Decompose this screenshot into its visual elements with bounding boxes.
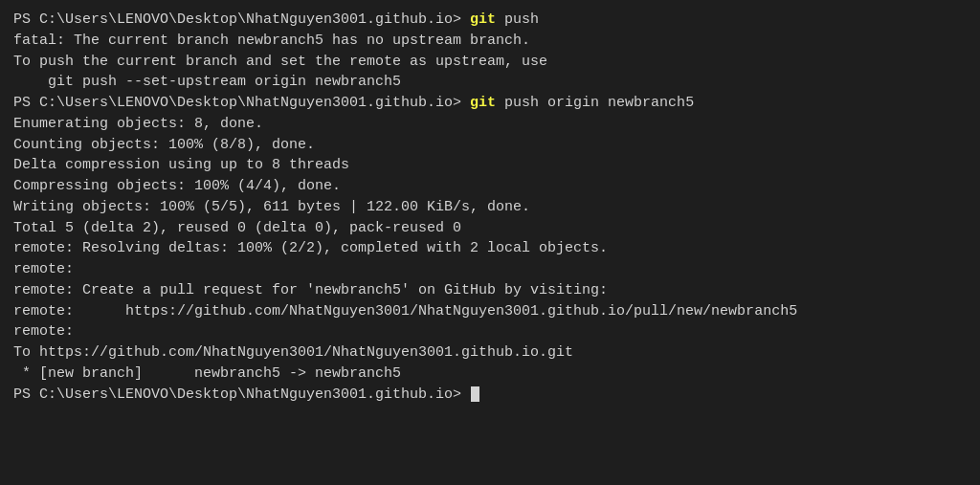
- terminal-line: Counting objects: 100% (8/8), done.: [13, 135, 967, 156]
- terminal-line: PS C:\Users\LENOVO\Desktop\NhatNguyen300…: [13, 93, 967, 114]
- terminal-text: PS C:\Users\LENOVO\Desktop\NhatNguyen300…: [13, 11, 470, 28]
- terminal-text: To https://github.com/NhatNguyen3001/Nha…: [13, 344, 573, 361]
- terminal-text: PS C:\Users\LENOVO\Desktop\NhatNguyen300…: [13, 386, 470, 403]
- terminal-text: fatal: The current branch newbranch5 has…: [13, 33, 530, 49]
- terminal-line: To push the current branch and set the r…: [13, 52, 967, 73]
- terminal-text: remote:: [13, 323, 74, 340]
- terminal-line: remote: Create a pull request for 'newbr…: [13, 280, 967, 301]
- terminal-line: Writing objects: 100% (5/5), 611 bytes |…: [13, 197, 967, 218]
- terminal-text: * [new branch] newbranch5 -> newbranch5: [13, 365, 401, 382]
- terminal-text: remote: Resolving deltas: 100% (2/2), co…: [13, 240, 608, 256]
- terminal-text: git push --set-upstream origin newbranch…: [13, 74, 401, 90]
- terminal-text: Enumerating objects: 8, done.: [13, 116, 263, 132]
- terminal-text: To push the current branch and set the r…: [13, 54, 547, 70]
- terminal-text: remote: Create a pull request for 'newbr…: [13, 282, 608, 298]
- terminal-line: Compressing objects: 100% (4/4), done.: [13, 176, 967, 197]
- terminal-line: remote: Resolving deltas: 100% (2/2), co…: [13, 238, 967, 259]
- terminal-text: remote:: [13, 261, 74, 277]
- terminal-text: git: [470, 11, 496, 28]
- terminal-line: To https://github.com/NhatNguyen3001/Nha…: [13, 342, 967, 364]
- terminal-line: remote:: [13, 321, 967, 342]
- terminal-line: Enumerating objects: 8, done.: [13, 114, 967, 135]
- terminal-line: Delta compression using up to 8 threads: [13, 155, 967, 176]
- terminal-text: push origin newbranch5: [496, 95, 694, 111]
- terminal-text: Writing objects: 100% (5/5), 611 bytes |…: [13, 199, 530, 215]
- terminal-cursor: [471, 386, 479, 402]
- terminal-text: Compressing objects: 100% (4/4), done.: [13, 178, 341, 194]
- terminal-text: PS C:\Users\LENOVO\Desktop\NhatNguyen300…: [13, 95, 470, 111]
- terminal-text: Total 5 (delta 2), reused 0 (delta 0), p…: [13, 220, 461, 236]
- terminal-line: PS C:\Users\LENOVO\Desktop\NhatNguyen300…: [13, 10, 967, 31]
- terminal-line: git push --set-upstream origin newbranch…: [13, 72, 967, 93]
- terminal-window: PS C:\Users\LENOVO\Desktop\NhatNguyen300…: [0, 0, 980, 485]
- terminal-text: Delta compression using up to 8 threads: [13, 157, 349, 173]
- terminal-line: Total 5 (delta 2), reused 0 (delta 0), p…: [13, 218, 967, 239]
- terminal-line: * [new branch] newbranch5 -> newbranch5: [13, 364, 967, 385]
- terminal-line: remote:: [13, 259, 967, 280]
- terminal-line: fatal: The current branch newbranch5 has…: [13, 31, 967, 52]
- terminal-text: git: [470, 95, 496, 111]
- terminal-text: remote: https://github.com/NhatNguyen300…: [13, 303, 797, 320]
- terminal-line: PS C:\Users\LENOVO\Desktop\NhatNguyen300…: [13, 385, 967, 406]
- terminal-text: push: [496, 11, 539, 28]
- terminal-text: Counting objects: 100% (8/8), done.: [13, 137, 315, 153]
- terminal-line: remote: https://github.com/NhatNguyen300…: [13, 301, 967, 322]
